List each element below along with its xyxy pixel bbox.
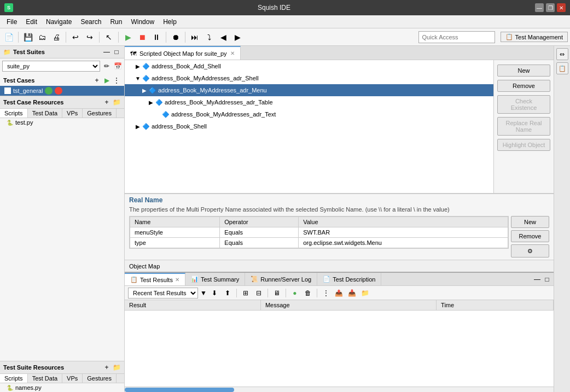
ts-folder-btn[interactable]: 📁 [112,363,121,372]
minimize-button[interactable]: — [535,3,544,12]
bt-export-btn[interactable]: 📤 [334,288,345,299]
check-existence-button[interactable]: Check Existence [497,95,550,114]
tree-item-4[interactable]: ▶ 🔷 address_Book_MyAddresses_adr_Table [125,96,548,108]
tree-expand-6[interactable]: ▶ [133,124,142,130]
tree-item-6[interactable]: ▶ 🔷 address_Book_Shell [125,120,548,132]
tc-tab-testdata[interactable]: Test Data [28,109,62,118]
bottom-maximize-btn[interactable]: □ [543,275,551,284]
highlight-object-button[interactable]: Highlight Object [497,139,550,151]
tc-tab-scripts[interactable]: Scripts [0,109,28,118]
editor-tab-close[interactable]: ✕ [230,50,235,56]
object-map-tab-label[interactable]: Object Map [129,263,160,270]
record-button[interactable]: ⏺ [169,31,182,44]
bt-down-btn[interactable]: ⬇ [209,288,220,299]
bt-collapse-btn[interactable]: ⊟ [253,288,264,299]
run-case-btn[interactable] [45,87,53,95]
tree-expand-1[interactable]: ▶ [133,63,142,69]
ts-tab-vps[interactable]: VPs [62,374,83,383]
bottom-scrollbar[interactable] [125,387,554,392]
nav-fwd-button[interactable]: ▶ [231,31,244,44]
close-button[interactable]: ✕ [557,3,566,12]
bt-folder-btn[interactable]: 📁 [360,288,371,299]
fr-btn-1[interactable]: ⇔ [556,48,568,60]
test-case-checkbox[interactable] [4,87,11,94]
tree-expand-2[interactable]: ▼ [133,75,142,81]
ts-tab-gestures[interactable]: Gestures [83,374,117,383]
editor-tab-object-map[interactable]: 🗺 Scripted Object Map for suite_py ✕ [125,46,241,60]
undo-button[interactable]: ↩ [69,31,82,44]
tree-expand-4[interactable]: ▶ [147,100,155,106]
stop-case-btn[interactable] [55,87,62,95]
tab-test-summary[interactable]: 📊 Test Summary [185,273,245,285]
test-case-item[interactable]: tst_general [0,86,124,96]
restore-button[interactable]: ❐ [546,3,555,12]
suite-cal-btn[interactable]: 📅 [113,62,122,71]
panel-minimize-btn[interactable]: — [102,48,111,56]
bottom-scrollbar-thumb[interactable] [125,388,234,392]
rn-extra-btn[interactable]: ⚙ [511,244,549,258]
tab-test-description[interactable]: 📄 Test Description [317,273,381,285]
save-all-button[interactable]: 🗂 [36,31,49,44]
rn-row-2[interactable]: type Equals org.eclipse.swt.widgets.Menu [130,238,508,248]
add-test-case-btn[interactable]: + [92,76,101,85]
menu-navigate[interactable]: Navigate [42,17,76,27]
bottom-minimize-btn[interactable]: — [533,275,542,284]
tc-folder-btn[interactable]: 📁 [112,98,121,107]
recent-test-results-select[interactable]: Recent Test Results [128,288,198,299]
tree-item-5[interactable]: ▶ 🔷 address_Book_MyAddresses_adr_Text [125,108,548,120]
run-button[interactable]: ▶ [121,31,135,44]
fr-btn-2[interactable]: 📋 [556,62,568,74]
run-test-btn[interactable]: ▶ [102,76,111,85]
tab-test-results[interactable]: 📋 Test Results ✕ [125,273,185,285]
menu-search[interactable]: Search [76,17,106,27]
tc-more-btn[interactable]: ⋮ [112,76,121,85]
tc-add-btn[interactable]: + [102,98,111,107]
ts-file-item[interactable]: 🐍 names.py [0,383,124,392]
save-button[interactable]: 💾 [21,31,34,44]
suite-select[interactable]: suite_py [2,61,100,72]
bt-green-btn[interactable]: ● [289,288,300,299]
rn-row-1[interactable]: menuStyle Equals SWT.BAR [130,227,508,238]
menu-edit[interactable]: Edit [21,17,42,27]
bt-clear-btn[interactable]: 🗑 [303,288,313,299]
tree-item-3[interactable]: ▶ 🔷 address_Book_MyAddresses_adr_Menu [125,84,548,96]
tc-file-item[interactable]: 🐍 test.py [0,118,124,127]
tree-expand-3[interactable]: ▶ [140,87,149,93]
menu-file[interactable]: File [2,17,21,27]
remove-object-button[interactable]: Remove [497,80,550,92]
rn-remove-button[interactable]: Remove [511,230,549,242]
redo-button[interactable]: ↪ [83,31,96,44]
test-management-button[interactable]: 📋 Test Management [501,32,568,42]
tree-item-2[interactable]: ▼ 🔷 address_Book_MyAddresses_adr_Shell [125,72,548,84]
step-button[interactable]: ⏭ [188,31,201,44]
bt-more-btn[interactable]: ⋮ [321,288,331,299]
rn-new-button[interactable]: New [511,216,549,228]
pause-button[interactable]: ⏸ [150,31,163,44]
bt-screen-btn[interactable]: 🖥 [271,288,282,299]
cursor-button[interactable]: ↖ [102,31,115,44]
nav-back-button[interactable]: ◀ [217,31,230,44]
print-button[interactable]: 🖨 [50,31,63,44]
replace-real-name-button[interactable]: Replace Real Name [497,117,550,136]
tree-item-1[interactable]: ▶ 🔷 address_Book_Add_Shell [125,60,548,72]
bt-up-btn[interactable]: ⬆ [222,288,233,299]
menu-help[interactable]: Help [159,17,181,27]
quick-access-input[interactable] [418,31,495,43]
ts-tab-testdata[interactable]: Test Data [28,374,62,383]
tc-tab-vps[interactable]: VPs [62,109,83,118]
stop-button[interactable]: ⏹ [136,31,149,44]
ts-add-btn[interactable]: + [102,363,111,372]
ts-tab-scripts[interactable]: Scripts [0,374,28,383]
tc-tab-gestures[interactable]: Gestures [83,109,117,118]
test-results-close[interactable]: ✕ [175,277,179,283]
step-into-button[interactable]: ⤵ [202,31,216,44]
menu-window[interactable]: Window [126,17,159,27]
new-object-button[interactable]: New [497,65,550,77]
bt-import-btn[interactable]: 📥 [347,288,358,299]
tab-runner-log[interactable]: 📜 Runner/Server Log [245,273,317,285]
suite-edit-btn[interactable]: ✏ [102,62,111,71]
new-file-button[interactable]: 📄 [2,31,15,44]
panel-maximize-btn[interactable]: □ [112,48,121,56]
menu-run[interactable]: Run [106,17,126,27]
bt-expand-btn[interactable]: ⊞ [240,288,251,299]
